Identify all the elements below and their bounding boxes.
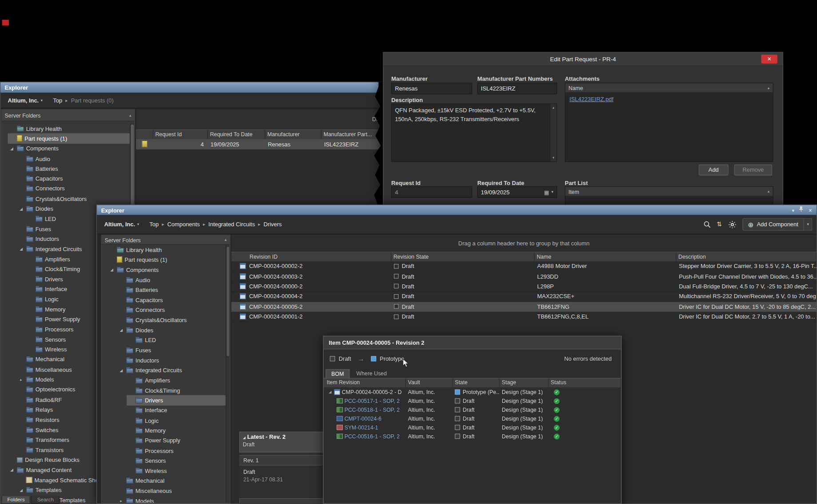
column-header[interactable]: Manufacturer Part... xyxy=(321,130,380,139)
column-header[interactable]: State xyxy=(453,378,500,387)
date-input[interactable]: 19/09/2025 ▦ ▾ xyxy=(477,186,557,198)
window2-titlebar[interactable]: Explorer ▾ ✕ xyxy=(97,205,817,215)
item-revision-cell[interactable]: PCC-00517-1 - SOP, 2 xyxy=(345,398,400,404)
tree-item[interactable]: ◢ Components xyxy=(2,143,135,154)
tree-item[interactable]: Wireless xyxy=(102,466,230,476)
request-id-input[interactable] xyxy=(391,186,472,198)
tree-item[interactable]: Part requests (1) xyxy=(102,255,230,265)
calendar-icon[interactable]: ▦ xyxy=(544,189,549,195)
manufacturer-input[interactable] xyxy=(391,83,472,94)
tree-item[interactable]: Audio xyxy=(102,275,230,285)
popup-tab[interactable]: BOM xyxy=(325,369,349,378)
dialog-titlebar[interactable]: Edit Part Request - PR-4 ✕ xyxy=(384,53,783,67)
tree-item[interactable]: Capacitors xyxy=(102,295,230,305)
checkbox-icon[interactable] xyxy=(394,274,399,279)
checkbox-icon[interactable] xyxy=(394,304,399,309)
component-row[interactable]: CMP-00024-00002-2 Draft A4988 Motor Driv… xyxy=(231,261,817,272)
expand-arrow-icon[interactable]: ◢ xyxy=(328,390,333,394)
checkbox-icon[interactable] xyxy=(394,284,399,289)
column-header[interactable]: Revision ID xyxy=(231,252,391,261)
gear-icon[interactable] xyxy=(728,220,736,228)
close-button[interactable]: ✕ xyxy=(761,55,777,63)
tree-item[interactable]: Batteries xyxy=(102,285,230,295)
column-header[interactable]: Vault xyxy=(406,378,453,387)
add-component-button[interactable]: ⊕ Add Component xyxy=(742,218,804,231)
breadcrumb-item[interactable]: ▸ Integrated Circuits xyxy=(203,221,255,228)
component-row[interactable]: CMP-00024-00001-2 Draft TB6612FNG,C,8,EL… xyxy=(231,312,817,322)
search-icon[interactable] xyxy=(703,221,710,228)
bom-row[interactable]: PCC-00516-1 - SOP, 2 Altium, Inc. Draft … xyxy=(324,432,621,441)
remove-button[interactable]: Remove xyxy=(734,165,772,176)
bom-row[interactable]: PCC-00518-1 - SOP, 2 Altium, Inc. Draft … xyxy=(324,405,621,414)
tree-item[interactable]: Miscellaneous xyxy=(102,486,230,496)
org-selector[interactable]: Altium, Inc. ▾ xyxy=(101,220,142,228)
tree-item[interactable]: Memory xyxy=(102,425,230,436)
breadcrumb-item[interactable]: ▸ Drivers xyxy=(258,221,282,228)
panel-tab[interactable]: Folders xyxy=(2,496,31,504)
tree-item[interactable]: ◢ Components xyxy=(102,265,230,275)
org-selector[interactable]: Altium, Inc. ▾ xyxy=(5,96,46,105)
expand-arrow-icon[interactable]: ◢ xyxy=(118,368,124,373)
component-row[interactable]: CMP-00024-00005-2 Draft TB6612FNG Driver… xyxy=(231,302,817,312)
tree-item[interactable]: Crystals&Oscillators xyxy=(2,194,135,204)
mpn-input[interactable] xyxy=(477,83,557,94)
collapse-arrow-icon[interactable]: ▴ xyxy=(129,113,131,118)
bom-row[interactable]: ◢ CMP-00024-00005-2 - D Altium, Inc. Pro… xyxy=(324,387,621,396)
part-list-column-header[interactable]: Item ▴ xyxy=(565,187,773,196)
collapse-arrow-icon[interactable]: ▴ xyxy=(225,237,227,242)
breadcrumb-item[interactable]: Top xyxy=(50,97,62,103)
item-revision-cell[interactable]: CMP-00024-00005-2 - D xyxy=(342,389,402,395)
tree-item[interactable]: Fuses xyxy=(102,345,230,355)
column-header[interactable]: Required To Date xyxy=(208,130,265,139)
component-row[interactable]: CMP-00024-00003-2 Draft L293DD Push-Pull… xyxy=(231,272,817,282)
breadcrumb-item[interactable]: Top xyxy=(147,221,159,228)
component-row[interactable]: CMP-00024-00000-2 Draft L298P Dual Full-… xyxy=(231,282,817,292)
bom-row[interactable]: CMPT-00024-6 Altium, Inc. Draft Design (… xyxy=(324,414,621,423)
column-header[interactable]: Stage xyxy=(500,378,548,387)
description-scrollbar[interactable]: ▴ ▾ xyxy=(550,104,556,161)
item-revision-cell[interactable]: SYM-00214-1 xyxy=(345,424,378,430)
item-revision-cell[interactable]: CMPT-00024-6 xyxy=(345,415,382,421)
scroll-up-icon[interactable]: ▴ xyxy=(550,106,556,110)
panel-tab[interactable]: Search xyxy=(32,496,59,504)
tree-item[interactable]: Audio xyxy=(2,154,135,164)
breadcrumb-label[interactable]: Top xyxy=(53,97,62,103)
tree-item[interactable]: Drivers xyxy=(102,395,230,406)
tree-scrollbar[interactable] xyxy=(226,245,230,503)
expand-arrow-icon[interactable]: ◢ xyxy=(109,268,115,272)
checkbox-icon[interactable] xyxy=(394,264,399,269)
scroll-up-icon[interactable]: ▴ xyxy=(768,85,770,90)
tree-item[interactable]: Library Health xyxy=(102,245,230,255)
breadcrumb-label[interactable]: Part requests (0) xyxy=(71,97,114,103)
column-header[interactable]: Revision State xyxy=(391,252,535,261)
column-header[interactable]: Status xyxy=(549,378,621,387)
bom-row[interactable]: PCC-00517-1 - SOP, 2 Altium, Inc. Draft … xyxy=(324,396,621,405)
expand-arrow-icon[interactable]: ◢ xyxy=(9,468,15,472)
scroll-up-icon[interactable]: ▴ xyxy=(768,189,770,194)
breadcrumb-label[interactable]: Components xyxy=(167,221,200,228)
tree-item[interactable]: Capacitors xyxy=(2,173,135,184)
attachment-link[interactable]: ISL4223EIRZ.pdf xyxy=(570,96,614,102)
component-row[interactable]: CMP-00024-00004-2 Draft MAX232CSE+ Multi… xyxy=(231,291,817,302)
server-folders-header[interactable]: Server Folders ▴ xyxy=(102,235,230,244)
description-box[interactable]: QFN Packaged, ±15kV ESD Protected, +2.7V… xyxy=(391,104,557,162)
tree-item[interactable]: Logic xyxy=(102,415,230,425)
expand-arrow-icon[interactable]: ▸ xyxy=(118,499,124,503)
latest-revision-item[interactable]: ◢Latest - Rev. 2 Draft xyxy=(239,432,323,453)
tree-item[interactable]: Processors xyxy=(102,445,230,456)
add-component-dropdown[interactable]: ▾ xyxy=(804,218,813,231)
tree-item[interactable]: Power Supply xyxy=(102,436,230,446)
tree-item[interactable]: ◢ Integrated Circuits xyxy=(102,365,230,375)
tree-item[interactable]: Connectors xyxy=(102,305,230,315)
column-header[interactable]: Name xyxy=(535,252,676,261)
tree-item[interactable]: Amplifiers xyxy=(102,375,230,386)
column-header[interactable]: Description xyxy=(676,252,817,261)
bom-row[interactable]: SYM-00214-1 Altium, Inc. Draft Design (S… xyxy=(324,423,621,432)
checkbox-icon[interactable] xyxy=(394,314,399,319)
tree-item[interactable]: Interface xyxy=(102,406,230,416)
expand-arrow-icon[interactable]: ◢ xyxy=(9,146,15,151)
expand-arrow-icon[interactable]: ◢ xyxy=(243,436,246,439)
add-button[interactable]: Add xyxy=(699,165,729,176)
scrollbar-thumb[interactable] xyxy=(226,247,229,356)
popup-tab[interactable]: Where Used xyxy=(351,369,393,378)
